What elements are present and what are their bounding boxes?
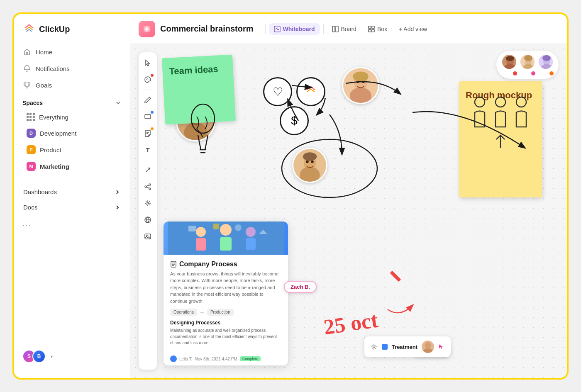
marketing-badge: M xyxy=(27,162,36,171)
svg-point-24 xyxy=(146,235,147,236)
svg-point-14 xyxy=(149,79,149,80)
sidebar: ClickUp Home Notifications xyxy=(14,14,130,378)
dollar-circle: $ xyxy=(280,106,309,135)
svg-point-82 xyxy=(542,55,551,61)
tool-arrow[interactable] xyxy=(140,163,155,178)
tab-whiteboard[interactable]: Whiteboard xyxy=(269,23,320,35)
doc-card-body: Company Process As your business grows, … xyxy=(164,255,288,352)
svg-rect-4 xyxy=(145,27,149,31)
marketing-label: Marketing xyxy=(40,163,69,170)
spaces-title: Spaces xyxy=(22,100,43,106)
footer-dropdown-arrow[interactable]: ▾ xyxy=(51,354,53,359)
canvas-person-3 xyxy=(292,148,327,183)
avatar-b[interactable]: B xyxy=(32,350,46,363)
whiteboard-icon xyxy=(274,26,281,32)
palette-dot xyxy=(151,74,154,77)
svg-text:25 oct: 25 oct xyxy=(322,308,380,337)
tool-palette[interactable] xyxy=(140,72,155,87)
svg-point-45 xyxy=(475,97,485,107)
svg-point-12 xyxy=(146,79,147,80)
whiteboard-toolbar: T xyxy=(139,52,157,370)
collab1-face xyxy=(502,55,517,70)
svg-rect-8 xyxy=(369,26,371,29)
clickup-logo-icon xyxy=(22,22,36,36)
chevron-right-docs-icon xyxy=(114,204,121,211)
product-label: Product xyxy=(40,146,61,153)
tool-select[interactable] xyxy=(140,56,155,71)
svg-point-47 xyxy=(516,97,526,107)
logo-area[interactable]: ClickUp xyxy=(14,22,130,44)
tool-globe[interactable] xyxy=(140,212,155,227)
tool-ai[interactable] xyxy=(140,196,155,211)
sidebar-item-home[interactable]: Home xyxy=(18,44,126,60)
cursor-pink-icon xyxy=(438,343,445,350)
rectangle-dot xyxy=(151,111,154,114)
footer-complete-badge: Complete xyxy=(240,356,261,361)
doc-section-title: Designing Processes xyxy=(170,320,281,326)
svg-point-33 xyxy=(350,88,371,104)
toolbar-separator-1 xyxy=(142,90,154,90)
sidebar-item-notifications[interactable]: Notifications xyxy=(18,61,126,76)
svg-point-68 xyxy=(425,342,431,349)
task-icon xyxy=(139,21,155,37)
ai-sparkle-icon xyxy=(144,200,151,207)
spaces-header[interactable]: Spaces xyxy=(22,100,122,106)
svg-point-42 xyxy=(303,152,317,161)
svg-point-78 xyxy=(524,55,532,61)
treatment-avatar-face xyxy=(422,341,434,353)
doc-description: As your business grows, things will inev… xyxy=(170,270,281,305)
document-card[interactable]: Company Process As your business grows, … xyxy=(164,222,288,366)
development-label: Development xyxy=(40,130,76,137)
collab3-face xyxy=(539,55,554,70)
tool-rectangle[interactable] xyxy=(140,109,155,124)
tool-note[interactable] xyxy=(140,126,155,141)
collab-avatar-1 xyxy=(501,54,517,70)
doc-tag-arrow: → xyxy=(200,309,205,315)
sidebar-item-product[interactable]: P Product xyxy=(22,142,122,158)
rectangle-icon xyxy=(144,113,151,120)
treatment-label: Treatment xyxy=(392,344,417,350)
doc-section-text: Maintaining as accurate and well-organiz… xyxy=(170,327,281,346)
tab-divider xyxy=(265,24,266,34)
svg-rect-56 xyxy=(220,237,232,251)
tool-share[interactable] xyxy=(140,179,155,194)
add-view-button[interactable]: + Add view xyxy=(394,23,432,35)
note-dot xyxy=(151,127,154,130)
tab-board[interactable]: Board xyxy=(327,23,361,35)
dashboards-label: Dashboards xyxy=(23,188,57,195)
people-figures-svg xyxy=(467,94,534,152)
docs-label: Docs xyxy=(23,204,37,211)
collab-1 xyxy=(501,54,517,75)
bottom-sections: Dashboards Docs xyxy=(14,184,130,215)
collab-3 xyxy=(538,54,554,75)
share-icon xyxy=(144,183,151,190)
sidebar-item-goals[interactable]: Goals xyxy=(18,77,126,93)
sidebar-more-button[interactable]: ... xyxy=(14,215,130,232)
svg-point-21 xyxy=(147,202,149,204)
tab-box[interactable]: Box xyxy=(363,23,392,35)
sidebar-item-development[interactable]: D Development xyxy=(22,125,122,141)
tool-pencil[interactable] xyxy=(140,93,155,107)
footer-date: Nov 8th, 2021 4:42 PM xyxy=(195,357,237,361)
dashboards-item[interactable]: Dashboards xyxy=(18,184,126,200)
svg-rect-58 xyxy=(246,238,256,250)
header-title: Commercial brainstorm xyxy=(160,24,254,34)
sidebar-item-marketing[interactable]: M Marketing xyxy=(22,158,122,174)
palette-icon xyxy=(144,76,151,83)
svg-rect-54 xyxy=(196,238,206,251)
spaces-section: Spaces Everything D Development xyxy=(14,93,130,178)
docs-item[interactable]: Docs xyxy=(18,200,126,215)
everything-label: Everything xyxy=(39,114,68,121)
arrow-tool-icon xyxy=(144,166,151,174)
collab2-face xyxy=(520,55,535,70)
sidebar-item-everything[interactable]: Everything xyxy=(22,110,122,124)
zach-label: Zach B. xyxy=(284,281,317,293)
svg-point-19 xyxy=(145,186,146,187)
whiteboard-canvas[interactable]: T xyxy=(130,44,567,378)
tool-image[interactable] xyxy=(140,229,155,244)
main-header: Commercial brainstorm Whiteboard xyxy=(130,14,567,44)
sticky-green-text: Team ideas xyxy=(169,64,218,77)
banner-illustration xyxy=(168,222,284,255)
canvas-person-2 xyxy=(342,67,379,104)
tool-text[interactable]: T xyxy=(140,142,155,157)
